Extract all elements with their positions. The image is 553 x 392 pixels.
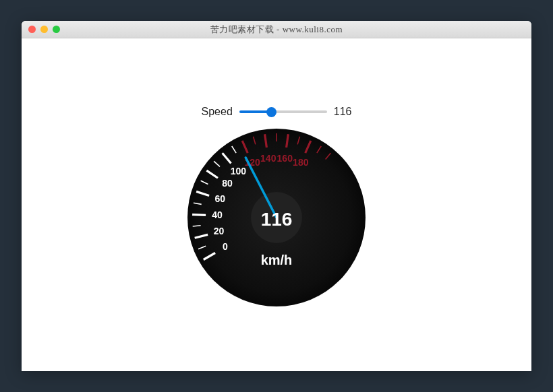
traffic-lights [22,26,60,33]
window-title: 苦力吧素材下载 - www.kuli8.com [22,24,531,36]
gauge-tick-label: 180 [293,157,309,168]
gauge-value-text: 116 [261,209,293,230]
svg-line-4 [192,215,206,216]
close-icon[interactable] [28,26,36,33]
speed-control-row: Speed 116 [202,106,352,118]
maximize-icon[interactable] [53,26,60,33]
gauge-tick-label: 60 [215,193,226,204]
speed-value-readout: 116 [334,106,352,118]
speed-label: Speed [202,106,233,118]
gauge-tick-label: 0 [223,241,228,252]
minimize-icon[interactable] [40,26,48,33]
gauge-svg: 020406080100120140160180 116 km/h [182,123,371,312]
gauge-tick-label: 80 [222,178,233,189]
gauge-tick-label: 40 [212,209,223,220]
speed-slider[interactable] [239,110,327,113]
gauge-tick-label: 140 [260,153,276,164]
app-window: 苦力吧素材下载 - www.kuli8.com Speed 116 020406… [22,21,531,371]
content-area: Speed 116 020406080100120140160180 116 [22,38,531,312]
gauge-tick-label: 20 [214,226,225,236]
gauge-unit-text: km/h [261,253,293,267]
speedometer-gauge: 020406080100120140160180 116 km/h [182,123,371,312]
titlebar: 苦力吧素材下载 - www.kuli8.com [22,21,531,38]
gauge-tick-label: 160 [277,153,293,164]
